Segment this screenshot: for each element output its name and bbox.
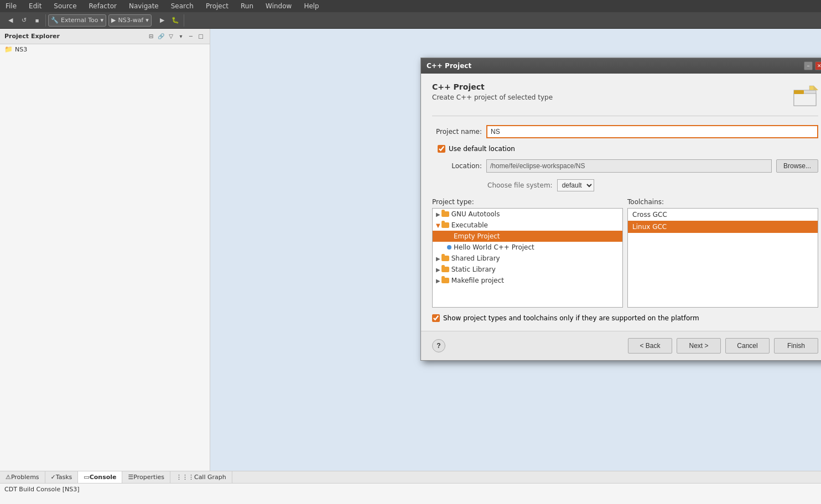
toolchain-cross-gcc[interactable]: Cross GCC [628,209,818,221]
project-type-label: Project type: [432,198,623,206]
menu-run[interactable]: Run [237,1,257,11]
collapse-all-icon[interactable]: ⊟ [147,32,155,41]
location-input[interactable] [486,159,772,173]
filesystem-select[interactable]: default [557,179,594,191]
project-type-list[interactable]: ▶ GNU Autotools ▼ Executable [432,208,623,308]
tab-properties[interactable]: ☰ Properties [122,471,170,483]
toolchain-list[interactable]: Cross GCC Linux GCC [627,208,818,308]
type-empty-project[interactable]: Empty Project [433,231,622,242]
location-label: Location: [432,162,482,170]
folder-icon-shared [441,256,449,261]
next-button[interactable]: Next > [677,338,721,354]
svg-rect-2 [794,90,804,94]
menu-file[interactable]: File [2,1,20,11]
menu-window[interactable]: Window [262,1,295,11]
dialog-header-text: C++ Project Create C++ project of select… [432,82,553,101]
launch-config-dropdown[interactable]: ▶ NS3-waf ▾ [108,14,152,27]
link-with-editor-icon[interactable]: 🔗 [157,32,165,41]
project-icon: 📁 [4,45,13,53]
type-static-library[interactable]: ▶ Static Library [433,264,622,275]
external-tools-label: External Too [61,17,98,24]
project-explorer-title: Project Explorer [4,33,60,40]
properties-icon: ☰ [128,474,133,481]
external-tools-dropdown[interactable]: 🔧 External Too ▾ [48,14,106,27]
dialog-titlebar: C++ Project − ✕ [421,58,821,74]
menu-search[interactable]: Search [168,1,197,11]
toolbar-group-1: ◀ ↺ ■ [2,14,46,27]
console-label: CDT Build Console [NS3] [4,486,79,493]
toolbar-btn-stop[interactable]: ■ [31,14,43,27]
type-label-hello: Hello World C++ Project [454,243,534,251]
menu-project[interactable]: Project [202,1,232,11]
filesystem-label: Choose file system: [487,181,553,189]
dropdown-arrow-icon: ▾ [100,17,103,24]
arrow-icon-makefile: ▶ [436,278,440,284]
tab-problems[interactable]: ⚠ Problems [0,471,45,483]
editor-area: C++ Project − ✕ C++ Project Create C++ p… [210,29,821,471]
tab-tasks[interactable]: ✓ Tasks [45,471,79,483]
dialog-header-icon [792,82,818,109]
toolbar-btn-refresh[interactable]: ↺ [18,14,30,27]
dot-icon-blue [447,245,451,250]
bottom-panel: ⚠ Problems ✓ Tasks ▭ Console ☰ Propertie… [0,471,821,504]
toolchain-linux-gcc[interactable]: Linux GCC [628,221,818,233]
type-executable[interactable]: ▼ Executable [433,220,622,231]
type-toolchain-section: Project type: ▶ GNU Autotools ▼ Executab… [432,198,818,308]
project-name-label: Project name: [432,128,482,136]
dialog-close-button[interactable]: ✕ [815,61,821,70]
external-tools-icon: 🔧 [51,17,59,24]
menu-source[interactable]: Source [50,1,80,11]
dialog-minimize-button[interactable]: − [804,61,813,70]
location-row: Location: Browse... [432,159,818,173]
toolbar-btn-run[interactable]: ▶ [156,14,168,27]
arrow-icon-shared: ▶ [436,256,440,262]
tab-console[interactable]: ▭ Console [78,471,122,483]
svg-rect-4 [809,86,814,90]
minimize-panel-icon[interactable]: − [186,32,195,41]
project-name-input[interactable] [486,125,818,138]
finish-button[interactable]: Finish [774,338,818,354]
type-label-makefile: Makefile project [451,277,504,284]
panel-menu-icon[interactable]: ▾ [176,32,185,41]
menu-help[interactable]: Help [300,1,322,11]
type-label: GNU Autotools [451,210,500,218]
toolchains-label: Toolchains: [627,198,818,206]
toolbar-btn-back[interactable]: ◀ [4,14,17,27]
dot-icon [447,234,451,238]
project-label: NS3 [15,46,27,53]
support-checkbox[interactable] [432,314,440,322]
filter-icon[interactable]: ▽ [167,32,175,41]
type-shared-library[interactable]: ▶ Shared Library [433,253,622,264]
menu-navigate[interactable]: Navigate [126,1,162,11]
type-hello-world[interactable]: Hello World C++ Project [433,242,622,253]
launch-icon: ▶ [111,17,116,24]
help-button[interactable]: ? [432,339,445,352]
menu-edit[interactable]: Edit [25,1,45,11]
support-checkbox-label: Show project types and toolchains only i… [443,314,699,322]
toolbar-btn-debug[interactable]: 🐛 [169,14,181,27]
use-default-location-checkbox[interactable] [438,145,445,153]
menu-bar: File Edit Source Refactor Navigate Searc… [0,0,821,12]
browse-button[interactable]: Browse... [776,159,818,173]
filesystem-row: Choose file system: default [487,179,818,191]
project-type-section: Project type: ▶ GNU Autotools ▼ Executab… [432,198,623,308]
dialog-controls: − ✕ [804,61,821,70]
type-makefile[interactable]: ▶ Makefile project [433,275,622,286]
arrow-open-icon: ▼ [436,222,440,228]
panel-header-icons: ⊟ 🔗 ▽ ▾ − □ [147,32,205,41]
back-button[interactable]: < Back [628,338,672,354]
type-label-shared: Shared Library [451,254,500,262]
tab-call-graph[interactable]: ⋮⋮⋮ Call Graph [170,471,232,483]
call-graph-icon: ⋮⋮⋮ [176,474,194,481]
type-gnu-autotools[interactable]: ▶ GNU Autotools [433,209,622,220]
cancel-button[interactable]: Cancel [725,338,770,354]
tree-item-ns3[interactable]: 📁 NS3 [0,44,210,54]
menu-refactor[interactable]: Refactor [86,1,120,11]
project-explorer-header: Project Explorer ⊟ 🔗 ▽ ▾ − □ [0,29,210,44]
folder-icon [441,211,449,217]
main-layout: Project Explorer ⊟ 🔗 ▽ ▾ − □ 📁 NS3 C++ P… [0,29,821,471]
project-name-row: Project name: [432,125,818,138]
dialog-header-section: C++ Project Create C++ project of select… [432,82,818,116]
maximize-panel-icon[interactable]: □ [196,32,205,41]
toolbar-group-2: ▶ 🐛 [154,14,184,27]
